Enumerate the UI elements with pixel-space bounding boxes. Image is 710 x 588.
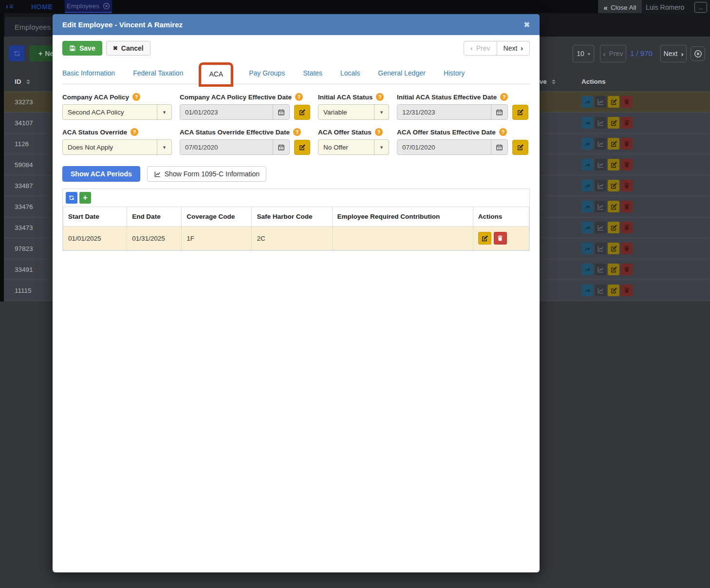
- chart-button[interactable]: [595, 138, 606, 150]
- edit-button[interactable]: [608, 222, 619, 233]
- delete-period-button[interactable]: [494, 232, 507, 245]
- close-all-button[interactable]: « Close All: [598, 0, 642, 15]
- edit-period-button[interactable]: [478, 232, 491, 245]
- tab-basic-information[interactable]: Basic Information: [62, 64, 115, 84]
- calendar-icon[interactable]: [273, 140, 289, 154]
- share-button[interactable]: [581, 222, 593, 233]
- help-icon[interactable]: ?: [293, 128, 301, 136]
- delete-button[interactable]: [621, 117, 633, 129]
- edit-button[interactable]: [608, 285, 619, 296]
- tab-history[interactable]: History: [444, 64, 465, 84]
- share-button[interactable]: [581, 243, 593, 254]
- chart-button[interactable]: [595, 201, 606, 212]
- close-circle-icon[interactable]: [103, 2, 110, 10]
- share-button[interactable]: [581, 159, 593, 171]
- modal-close-icon[interactable]: ✖: [523, 20, 530, 29]
- edit-date-button[interactable]: [294, 140, 310, 155]
- delete-button[interactable]: [621, 285, 633, 296]
- background-refresh-button[interactable]: [9, 45, 25, 61]
- edit-button[interactable]: [608, 201, 619, 212]
- share-button[interactable]: [581, 117, 593, 129]
- share-button[interactable]: [581, 180, 593, 191]
- chart-button[interactable]: [595, 264, 606, 275]
- calendar-icon[interactable]: [491, 105, 507, 119]
- prev-record-button[interactable]: ‹ Prev: [464, 41, 497, 56]
- delete-button[interactable]: [621, 96, 633, 108]
- edit-button[interactable]: [608, 159, 619, 171]
- next-record-button[interactable]: Next ›: [497, 41, 530, 56]
- edit-date-button[interactable]: [512, 140, 528, 155]
- user-menu[interactable]: Luis Romero ...: [642, 0, 710, 15]
- edit-button[interactable]: [608, 96, 619, 108]
- edit-button[interactable]: [608, 264, 619, 275]
- tab-pay-groups[interactable]: Pay Groups: [249, 64, 285, 84]
- tab-aca[interactable]: ACA: [201, 65, 231, 84]
- chart-button[interactable]: [595, 285, 606, 296]
- share-button[interactable]: [581, 264, 593, 275]
- help-icon[interactable]: ?: [375, 128, 383, 136]
- save-button[interactable]: Save: [62, 41, 102, 56]
- help-icon[interactable]: ?: [131, 128, 138, 136]
- help-icon[interactable]: ?: [500, 93, 508, 101]
- delete-button[interactable]: [621, 243, 633, 254]
- add-period-button[interactable]: +: [79, 192, 91, 204]
- sidebar-toggle-icon[interactable]: ‹≡: [6, 2, 15, 10]
- edit-date-button[interactable]: [512, 105, 528, 120]
- share-button[interactable]: [581, 285, 593, 296]
- chart-button[interactable]: [595, 243, 606, 254]
- record-pager: ‹ Prev Next ›: [464, 41, 530, 56]
- chart-button[interactable]: [595, 222, 606, 233]
- more-options-button[interactable]: ...: [694, 2, 707, 13]
- column-header-employee-required-contribution: Employee Required Contribution: [332, 207, 473, 227]
- edit-button[interactable]: [608, 243, 619, 254]
- delete-button[interactable]: [621, 159, 633, 171]
- initial-aca-status-select[interactable]: Variable ▾: [318, 104, 389, 120]
- background-next-button[interactable]: Next ›: [660, 45, 687, 62]
- chart-button[interactable]: [595, 96, 606, 108]
- edit-date-button[interactable]: [294, 105, 310, 120]
- help-icon[interactable]: ?: [295, 93, 303, 101]
- calendar-icon[interactable]: [491, 140, 507, 154]
- aca-status-override-select[interactable]: Does Not Apply ▾: [62, 139, 172, 155]
- period-row[interactable]: 01/01/2025 01/31/2025 1F 2C: [63, 227, 529, 250]
- chart-button[interactable]: [595, 117, 606, 129]
- share-button[interactable]: [581, 138, 593, 150]
- company-aca-policy-select[interactable]: Second ACA Policy ▾: [62, 104, 172, 120]
- tab-employees[interactable]: Employees: [65, 0, 112, 13]
- clear-filters-button[interactable]: [691, 46, 705, 61]
- delete-button[interactable]: [621, 138, 633, 150]
- show-form-1095c-button[interactable]: Show Form 1095-C Information: [147, 166, 266, 182]
- delete-button[interactable]: [621, 222, 633, 233]
- edit-button[interactable]: [608, 180, 619, 191]
- tab-federal-taxation[interactable]: Federal Taxation: [133, 64, 183, 84]
- aca-offer-status-effective-date-input[interactable]: 07/01/2020: [397, 139, 508, 155]
- delete-button[interactable]: [621, 201, 633, 212]
- calendar-icon[interactable]: [273, 105, 289, 119]
- tab-states[interactable]: States: [303, 64, 322, 84]
- chart-button[interactable]: [595, 180, 606, 191]
- edit-button[interactable]: [608, 117, 619, 129]
- column-header-partial[interactable]: ive: [538, 78, 556, 85]
- aca-offer-status-select[interactable]: No Offer ▾: [318, 139, 389, 155]
- share-button[interactable]: [581, 201, 593, 212]
- help-icon[interactable]: ?: [499, 128, 507, 136]
- delete-button[interactable]: [621, 180, 633, 191]
- aca-status-override-effective-date-input[interactable]: 07/01/2020: [180, 139, 290, 155]
- edit-button[interactable]: [608, 138, 619, 150]
- help-icon[interactable]: ?: [132, 93, 140, 101]
- background-prev-button[interactable]: ‹ Prev: [600, 45, 626, 62]
- share-button[interactable]: [581, 96, 593, 108]
- show-aca-periods-button[interactable]: Show ACA Periods: [62, 166, 140, 182]
- help-icon[interactable]: ?: [376, 93, 384, 101]
- column-header-id[interactable]: ID: [15, 78, 30, 85]
- refresh-button[interactable]: [66, 192, 77, 204]
- tab-locals[interactable]: Locals: [340, 64, 360, 84]
- cancel-button[interactable]: ✖ Cancel: [106, 41, 150, 56]
- home-link[interactable]: HOME: [31, 3, 53, 11]
- chart-button[interactable]: [595, 159, 606, 171]
- initial-aca-status-effective-date-input[interactable]: 12/31/2023: [397, 104, 508, 120]
- delete-button[interactable]: [621, 264, 633, 275]
- tab-general-ledger[interactable]: General Ledger: [378, 64, 425, 84]
- page-size-select[interactable]: 10 ▾: [573, 45, 594, 62]
- company-aca-policy-effective-date-input[interactable]: 01/01/2023: [180, 104, 290, 120]
